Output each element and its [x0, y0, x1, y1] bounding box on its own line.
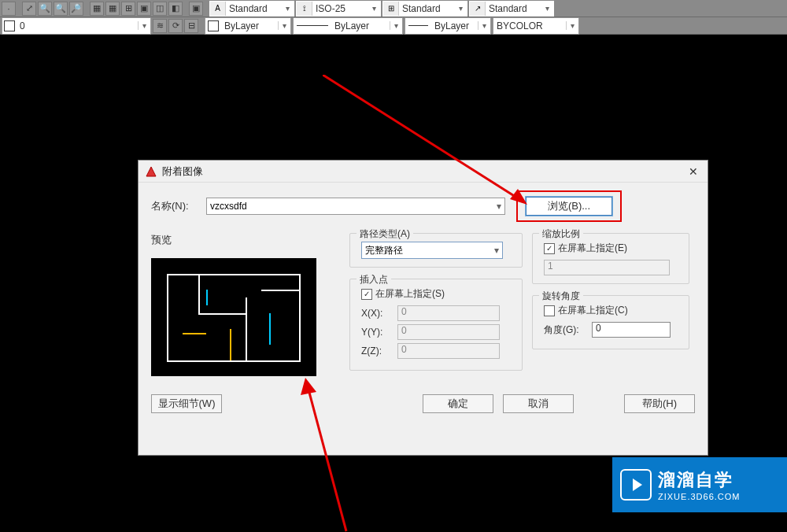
tool-icon[interactable]: ◫ [153, 2, 167, 16]
ok-button[interactable]: 确定 [423, 394, 493, 413]
specify-onscreen-c-checkbox[interactable] [544, 305, 555, 316]
toolbar-icon[interactable]: · [2, 2, 16, 16]
scale-label: 缩放比例 [539, 227, 583, 241]
insertion-point-group: 插入点 ✓ 在屏幕上指定(S) X(X): 0 Y(Y): 0 Z(Z): [349, 279, 523, 371]
watermark-title: 溜溜自学 [658, 468, 740, 492]
layer-combo[interactable]: 0 ▾ [2, 17, 151, 35]
table-style-value: Standard [399, 3, 454, 14]
dim-style-icon: ⟟ [297, 2, 312, 16]
chevron-down-icon: ▾ [278, 21, 290, 30]
y-label: Y(Y): [361, 327, 393, 338]
show-details-button[interactable]: 显示细节(W) [151, 394, 222, 413]
table-style-icon: ⊞ [383, 2, 399, 16]
specify-onscreen-s-checkbox[interactable]: ✓ [361, 289, 372, 300]
chevron-down-icon: ▾ [478, 21, 490, 30]
grid-icon[interactable]: ▦ [90, 2, 104, 16]
lineweight-combo[interactable]: ByLayer ▾ [405, 17, 491, 35]
angle-label: 角度(G): [544, 323, 587, 337]
dialog-titlebar: 附着图像 ✕ [139, 161, 708, 183]
chevron-down-icon: ▾ [541, 4, 553, 13]
table-style-combo[interactable]: ⊞ Standard ▾ [382, 1, 467, 17]
cancel-button[interactable]: 取消 [503, 394, 574, 413]
chevron-down-icon: ▾ [497, 201, 501, 212]
linetype-value: ByLayer [331, 20, 390, 31]
zoom-realtime-icon[interactable]: 🔍 [38, 2, 52, 16]
path-type-group: 路径类型(A) 完整路径 ▾ [349, 233, 523, 268]
scale-group: 缩放比例 ✓ 在屏幕上指定(E) 1 [532, 233, 689, 284]
play-icon [620, 469, 652, 501]
x-input[interactable]: 0 [397, 305, 500, 321]
z-input[interactable]: 0 [397, 343, 500, 359]
name-value: vzcxsdfd [210, 201, 247, 212]
layer-tool2-icon[interactable]: ⟳ [168, 19, 183, 33]
mleader-style-value: Standard [486, 3, 541, 14]
z-label: Z(Z): [361, 345, 393, 357]
toolbar-row-1: · ⤢ 🔍 🔍 🔎 ▦ ▦ ⊞ ▣ ◫ ◧ ▣ A Standard ▾ ⟟ I… [0, 0, 787, 17]
mleader-style-icon: ↗ [470, 2, 486, 16]
snap-icon[interactable]: ⊞ [121, 2, 135, 16]
zoom-window-icon[interactable]: 🔍 [54, 2, 68, 16]
rotation-label: 旋转角度 [539, 290, 583, 303]
dim-style-combo[interactable]: ⟟ ISO-25 ▾ [296, 1, 381, 17]
lineweight-value: ByLayer [431, 20, 478, 31]
attach-image-dialog: 附着图像 ✕ 名称(N): vzcxsdfd ▾ 浏览(B)... 预览 [138, 160, 708, 456]
layer-color-swatch [4, 20, 15, 31]
specify-onscreen-s-label: 在屏幕上指定(S) [375, 287, 445, 301]
zoom-previous-icon[interactable]: 🔎 [69, 2, 83, 16]
text-style-icon: A [210, 2, 226, 16]
path-type-label: 路径类型(A) [357, 227, 413, 241]
dialog-title: 附着图像 [162, 164, 685, 179]
linetype-sample [297, 25, 328, 26]
specify-onscreen-e-label: 在屏幕上指定(E) [558, 242, 627, 255]
chevron-down-icon: ▾ [138, 21, 150, 30]
rotation-group: 旋转角度 在屏幕上指定(C) 角度(G): 0 [532, 295, 689, 349]
chevron-down-icon: ▾ [494, 245, 499, 256]
color-value: ByLayer [221, 20, 278, 31]
toolbar-row-2: 0 ▾ ≋ ⟳ ⊟ ByLayer ▾ ByLayer ▾ ByLayer ▾ … [0, 17, 787, 35]
dim-style-value: ISO-25 [312, 3, 368, 14]
chevron-down-icon: ▾ [390, 21, 402, 30]
name-label: 名称(N): [151, 199, 198, 213]
close-button[interactable]: ✕ [685, 165, 701, 178]
plotstyle-value: BYCOLOR [493, 20, 566, 31]
specify-onscreen-e-checkbox[interactable]: ✓ [544, 243, 555, 254]
x-label: X(X): [361, 308, 393, 319]
browse-button[interactable]: 浏览(B)... [526, 197, 612, 216]
chevron-down-icon: ▾ [368, 4, 380, 13]
linetype-combo[interactable]: ByLayer ▾ [293, 17, 403, 35]
dialog-buttons: 显示细节(W) 确定 取消 帮助(H) [139, 394, 708, 423]
watermark-url: ZIXUE.3D66.COM [658, 492, 740, 501]
help-button[interactable]: 帮助(H) [624, 394, 695, 413]
watermark: 溜溜自学 ZIXUE.3D66.COM [612, 457, 787, 512]
plotstyle-combo[interactable]: BYCOLOR ▾ [493, 17, 579, 35]
text-style-value: Standard [226, 3, 281, 14]
color-swatch [208, 20, 219, 31]
path-type-select[interactable]: 完整路径 ▾ [361, 242, 503, 259]
preview-label: 预览 [151, 233, 340, 247]
browse-highlight: 浏览(B)... [516, 190, 622, 222]
tool3-icon[interactable]: ▣ [189, 2, 203, 16]
text-style-combo[interactable]: A Standard ▾ [209, 1, 294, 17]
layer-tool-icon[interactable]: ≋ [153, 19, 167, 33]
layer-tool3-icon[interactable]: ⊟ [184, 19, 198, 33]
specify-onscreen-c-label: 在屏幕上指定(C) [558, 304, 628, 317]
mleader-style-combo[interactable]: ↗ Standard ▾ [469, 1, 554, 17]
color-combo[interactable]: ByLayer ▾ [205, 17, 291, 35]
app-icon [145, 165, 157, 178]
zoom-extents-icon[interactable]: ⤢ [22, 2, 36, 16]
path-type-value: 完整路径 [365, 244, 403, 257]
angle-input[interactable]: 0 [592, 322, 671, 338]
y-input[interactable]: 0 [397, 324, 500, 340]
layer-name: 0 [17, 20, 138, 31]
preview-image [151, 258, 316, 376]
insertion-point-label: 插入点 [357, 273, 391, 286]
snap2-icon[interactable]: ▣ [137, 2, 151, 16]
chevron-down-icon: ▾ [566, 21, 578, 30]
scale-input[interactable]: 1 [544, 260, 670, 275]
chevron-down-icon: ▾ [281, 4, 294, 13]
grid2-icon[interactable]: ▦ [105, 2, 120, 16]
name-select[interactable]: vzcxsdfd ▾ [206, 198, 505, 215]
chevron-down-icon: ▾ [454, 4, 467, 13]
lineweight-sample [408, 25, 428, 26]
tool2-icon[interactable]: ◧ [168, 2, 183, 16]
